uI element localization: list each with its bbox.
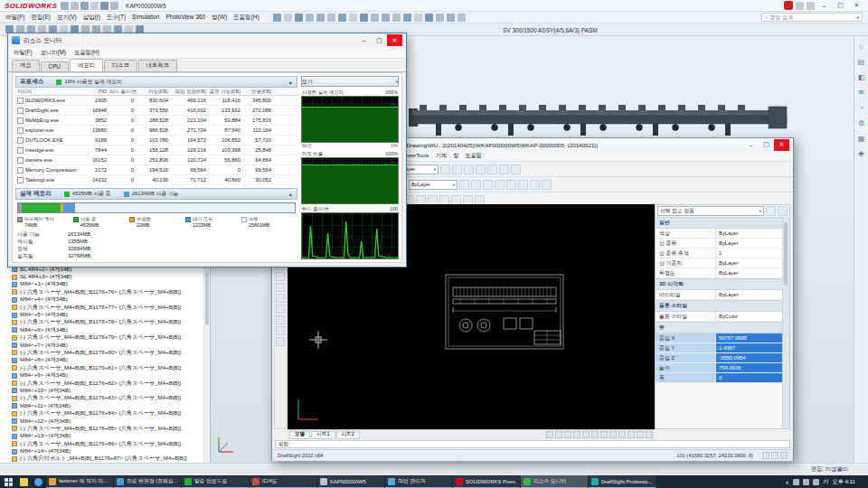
process-row[interactable]: msedge.exe78440158,128129,216103,36825,8… [15, 145, 297, 155]
taskpane-icon-5[interactable]: ⚙ [858, 120, 864, 127]
column-header[interactable]: 커밋(KB) [137, 89, 171, 95]
close-button[interactable]: ✕ [850, 1, 863, 11]
close-button[interactable]: ✕ [387, 34, 402, 46]
column-header[interactable]: 이미지 [17, 89, 88, 95]
sheet-tab-시트2[interactable]: 시트2 [336, 431, 360, 439]
snap-toggle-icon[interactable] [627, 431, 635, 438]
ds-toolbar-icon[interactable] [463, 195, 473, 205]
taskbar-button[interactable]: KAP000000W5 [317, 475, 384, 488]
column-header[interactable]: PID [88, 89, 109, 94]
process-row[interactable]: Memory Compression21720194,51699,564099,… [15, 165, 297, 175]
qat-icon[interactable] [71, 2, 79, 10]
process-row[interactable]: MsMpEng.exe38520288,528221,10453,884175,… [15, 116, 297, 126]
property-row[interactable]: 중심 X56767.0695 [656, 333, 783, 343]
ds-toolbar-icon[interactable] [506, 180, 516, 190]
sw-toolbar-icon[interactable] [436, 14, 444, 22]
minimize-button[interactable]: – [817, 1, 831, 11]
rm-menu-item[interactable]: 도움말(H) [74, 49, 99, 57]
property-row[interactable]: 선 가중치ByLayer [656, 258, 783, 268]
sw-toolbar-icon[interactable] [349, 14, 357, 22]
assembly-model[interactable] [409, 99, 794, 143]
collapse-icon[interactable]: ▲ [288, 192, 293, 197]
property-row[interactable]: 높이754.0636 [656, 363, 783, 373]
process-row[interactable]: SLDWORKS.exe19050830,604469,216118,41634… [15, 96, 297, 106]
ds-toolbar-icon[interactable] [542, 180, 552, 190]
snap-toggle-icon[interactable] [555, 431, 562, 438]
sw-toolbar-icon[interactable] [316, 14, 325, 22]
onedrive-icon[interactable] [793, 479, 799, 485]
process-row[interactable]: OUTLOOK.EXE91880103,780164,572106,85257,… [15, 136, 297, 145]
property-row[interactable]: 폭0 [656, 373, 783, 383]
home-icon[interactable] [778, 206, 788, 216]
taskbar-button[interactable]: IC/4도 [250, 475, 316, 488]
sw-toolbar-icon[interactable] [458, 14, 466, 22]
panel-scrollbar[interactable] [782, 217, 789, 428]
snap-toggle-icon[interactable] [564, 431, 571, 438]
volume-icon[interactable] [813, 479, 819, 485]
pdf-icon[interactable] [784, 1, 793, 10]
sw-toolbar-icon[interactable] [392, 14, 401, 22]
checkbox[interactable] [17, 167, 24, 174]
taskbar-button[interactable]: 리소스 모니터 [521, 475, 588, 488]
rm-tab-네트워크[interactable]: 네트워크 [138, 60, 177, 71]
sw-menu-item[interactable]: 파일(F) [5, 14, 24, 22]
ds-toolbar-icon[interactable] [440, 164, 450, 174]
checkbox[interactable] [17, 177, 24, 183]
sw-toolbar-icon[interactable] [360, 14, 368, 22]
column-header[interactable]: 작업 집합(KB) [171, 89, 209, 95]
grid-icon[interactable] [771, 452, 778, 459]
taskbar-button[interactable]: fastener 에 재치 마... [46, 475, 113, 488]
ds-toolbar-icon[interactable] [464, 164, 474, 174]
panel-section-header[interactable]: 3D 시각화 [656, 278, 783, 290]
maximize-button[interactable]: ▢ [834, 1, 847, 11]
ds-menu-item[interactable]: 도움말 [465, 152, 482, 160]
sw-toolbar-icon[interactable] [295, 14, 303, 22]
sw-menu-item[interactable]: 도움말(H) [233, 14, 259, 22]
lineweight-combo[interactable]: ByLayer▾ [409, 180, 458, 190]
clock[interactable]: 오후 4:11 [832, 478, 855, 486]
sw-toolbar-icon[interactable] [382, 14, 390, 22]
minimize-button[interactable]: – [743, 139, 759, 151]
taskpane-icon-2[interactable]: ◧ [858, 74, 865, 81]
view-button[interactable]: 보기 ▾ [301, 76, 399, 87]
checkbox[interactable] [17, 108, 24, 114]
rm-tab-CPU[interactable]: CPU [41, 61, 69, 71]
sw-menu-item[interactable]: 삽입(I) [83, 14, 100, 22]
ds-toolbar-icon[interactable] [483, 180, 493, 190]
checkbox[interactable] [17, 147, 24, 154]
property-row[interactable]: 색상ByLayer [656, 229, 783, 239]
network-icon[interactable] [803, 479, 809, 485]
ortho-icon[interactable] [780, 452, 788, 459]
sw-toolbar-icon[interactable] [447, 14, 455, 22]
ds-draw-tool-icon[interactable] [276, 326, 285, 335]
taskbar-quick-file-explorer[interactable] [16, 475, 31, 488]
ds-toolbar-icon[interactable] [452, 164, 462, 174]
taskpane-icon-6[interactable]: ▦ [858, 136, 865, 143]
search-box[interactable]: ⌕ 명령 검색 ▾ [761, 13, 863, 22]
ds-toolbar-icon[interactable] [428, 195, 438, 205]
ds-toolbar-icon[interactable] [487, 164, 497, 174]
checkbox[interactable] [17, 98, 24, 104]
taskpane-icon-0[interactable]: ⌂ [859, 43, 863, 51]
property-row[interactable]: 플롯 스타일ByColor [656, 312, 783, 322]
property-row[interactable]: 투명도ByLayer [656, 268, 783, 278]
ds-toolbar-icon[interactable] [459, 180, 469, 190]
snap-toggle-icon[interactable] [573, 431, 580, 438]
rm-tab-개요[interactable]: 개요 [12, 60, 40, 71]
taskbar-quick-browser[interactable] [31, 475, 45, 488]
panel-section-header[interactable]: 뷰 [656, 322, 783, 333]
sheet-tab-모델[interactable]: 모델 [289, 431, 310, 439]
checkbox[interactable] [17, 137, 24, 144]
ds-draw-tool-icon[interactable] [276, 337, 285, 346]
qat-icon[interactable] [100, 2, 108, 10]
taskbar-button[interactable]: DraftSight Professio... [589, 475, 656, 488]
property-row[interactable]: 중심 Z-3550.0954 [656, 353, 783, 363]
snap-toggle-icon[interactable] [637, 431, 644, 438]
panel-section-header[interactable]: 일반 [656, 217, 783, 229]
snap-icon[interactable] [762, 452, 769, 459]
selection-filter-combo[interactable]: 선택 요소 없음 ▾ [657, 206, 764, 216]
qat-icon[interactable] [80, 2, 89, 10]
snap-toggle-icon[interactable] [646, 431, 653, 438]
property-row[interactable]: 중심 Y1.4387 [656, 343, 783, 353]
memory-section-header[interactable]: 실제 메모리 4535MB 사용 중 26134MB 사용 가능 ▲ [15, 188, 297, 200]
